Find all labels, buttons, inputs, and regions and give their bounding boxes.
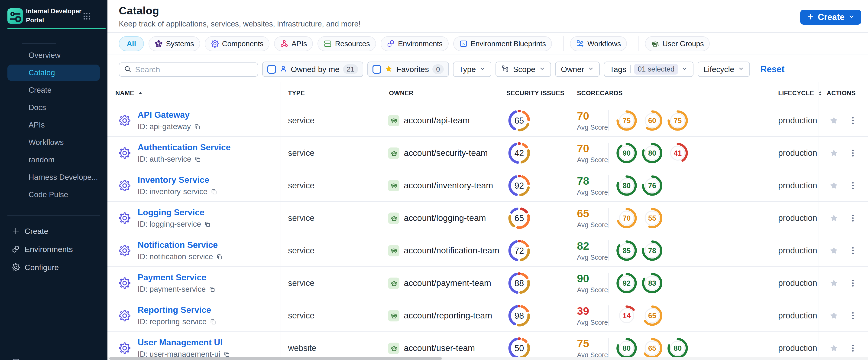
row-menu-button[interactable] xyxy=(848,343,858,353)
kebab-menu-icon xyxy=(848,213,858,223)
sidebar-item-catalog[interactable]: Catalog xyxy=(0,64,107,81)
row-menu-button[interactable] xyxy=(848,213,858,223)
avg-score-label: Avg Score xyxy=(577,124,609,131)
column-header-lifecycle[interactable]: LIFECYCLE xyxy=(778,90,823,97)
tags-select[interactable]: Tags 01 selected xyxy=(604,62,693,77)
gear-icon xyxy=(119,342,131,354)
chip-user-groups[interactable]: User Groups xyxy=(645,36,710,51)
copy-icon[interactable] xyxy=(204,221,211,228)
sidebar-item-workflows[interactable]: Workflows xyxy=(0,133,107,151)
favorite-star-button[interactable] xyxy=(829,181,839,190)
chip-systems[interactable]: Systems xyxy=(149,36,200,51)
sidebar-item-overview[interactable]: Overview xyxy=(0,47,107,64)
sidebar-item-harness-develope[interactable]: Harness Develope... xyxy=(0,169,107,186)
entity-name-link[interactable]: User Management UI xyxy=(137,338,230,348)
favorite-star-button[interactable] xyxy=(829,278,839,288)
entity-name-link[interactable]: Inventory Service xyxy=(137,175,217,185)
sidebar-item-configure[interactable]: Configure xyxy=(0,258,107,276)
sidebar-item-environments[interactable]: Environments xyxy=(0,240,107,258)
favorite-star-button[interactable] xyxy=(829,213,839,223)
row-menu-button[interactable] xyxy=(848,311,858,320)
chip-environment-blueprints[interactable]: AEnvironment Blueprints xyxy=(453,36,552,51)
copy-icon[interactable] xyxy=(194,123,200,130)
entity-name-link[interactable]: API Gateway xyxy=(137,110,200,120)
owner-select[interactable]: Owner xyxy=(555,62,600,77)
row-menu-button[interactable] xyxy=(848,148,858,158)
row-menu-button[interactable] xyxy=(848,246,858,255)
table-row: API Gateway ID: api-gateway service acco… xyxy=(107,104,868,137)
kebab-menu-icon xyxy=(848,278,858,288)
entity-id: ID: payment-service xyxy=(137,285,215,294)
sidebar-item-apis[interactable]: APIs xyxy=(0,116,107,133)
column-header-name[interactable]: NAME xyxy=(115,90,144,97)
chip-resources[interactable]: Resources xyxy=(317,36,376,51)
owned-by-me-checkbox[interactable] xyxy=(267,65,276,73)
actions-cell xyxy=(829,267,858,299)
lifecycle-cell: production xyxy=(778,332,817,360)
sidebar-item-help[interactable]: Help xyxy=(0,354,107,360)
sidebar-item-create[interactable]: Create xyxy=(0,81,107,99)
favorite-star-button[interactable] xyxy=(829,343,839,353)
owner-name: account/reporting-team xyxy=(404,311,492,321)
copy-icon[interactable] xyxy=(223,351,230,358)
lifecycle-select[interactable]: Lifecycle xyxy=(698,62,750,77)
copy-icon[interactable] xyxy=(211,188,217,195)
kebab-menu-icon xyxy=(848,343,858,353)
search-box[interactable] xyxy=(119,62,258,77)
entity-name-link[interactable]: Reporting Service xyxy=(137,305,216,315)
favorite-star-button[interactable] xyxy=(829,116,839,125)
column-header-type: TYPE xyxy=(288,90,305,97)
scorecards-cell: 82 Avg Score 85 78 xyxy=(577,234,663,267)
owned-by-me-filter[interactable]: Owned by me 21 xyxy=(262,62,363,77)
sidebar-item-random[interactable]: random xyxy=(0,151,107,169)
favorite-star-button[interactable] xyxy=(829,148,839,158)
chip-apis[interactable]: APIs xyxy=(274,36,313,51)
row-menu-button[interactable] xyxy=(848,181,858,190)
horizontal-scrollbar-thumb[interactable] xyxy=(109,357,442,360)
tags-select-label: Tags xyxy=(610,65,626,74)
entity-name-link[interactable]: Authentication Service xyxy=(137,143,231,152)
favorite-star-button[interactable] xyxy=(829,246,839,255)
chip-components[interactable]: Components xyxy=(205,36,270,51)
entity-name-link[interactable]: Notification Service xyxy=(137,240,223,250)
reset-filters-link[interactable]: Reset xyxy=(761,64,785,74)
column-header-label: ACTIONS xyxy=(827,90,856,97)
actions-cell xyxy=(829,234,858,267)
type-select-label: Type xyxy=(459,65,476,74)
chip-all[interactable]: All xyxy=(119,36,144,51)
copy-icon xyxy=(194,156,201,162)
entity-name-link[interactable]: Payment Service xyxy=(137,273,215,282)
sidebar-item-create[interactable]: Create xyxy=(0,222,107,240)
horizontal-scrollbar-track[interactable] xyxy=(107,357,868,360)
column-header-label: OWNER xyxy=(389,90,413,97)
search-input[interactable] xyxy=(135,65,253,74)
scorecard-ring: 60 xyxy=(642,110,663,131)
entity-gear-icon xyxy=(119,277,131,289)
page-subtitle: Keep track of applications, services, we… xyxy=(119,20,361,28)
owned-by-me-count: 21 xyxy=(343,64,358,74)
apps-grid-icon[interactable] xyxy=(83,12,91,21)
entity-name-link[interactable]: Logging Service xyxy=(137,208,211,217)
row-menu-button[interactable] xyxy=(848,116,858,125)
chip-environments[interactable]: Environments xyxy=(381,36,448,51)
svg-text:41: 41 xyxy=(674,149,682,157)
sidebar-item-code-pulse[interactable]: Code Pulse xyxy=(0,186,107,203)
copy-icon[interactable] xyxy=(194,156,201,162)
chip-label: All xyxy=(127,39,136,48)
create-button[interactable]: Create xyxy=(800,10,861,25)
copy-icon[interactable] xyxy=(216,253,223,260)
usergroups-icon xyxy=(651,39,659,48)
type-select[interactable]: Type xyxy=(453,62,492,77)
svg-text:78: 78 xyxy=(648,247,656,255)
favorites-checkbox[interactable] xyxy=(372,65,381,73)
favorite-star-button[interactable] xyxy=(829,311,839,320)
security-issues-donut: 50 xyxy=(507,336,531,360)
scope-select[interactable]: Scope xyxy=(496,62,551,77)
scorecards-divider xyxy=(609,240,609,261)
sidebar-item-docs[interactable]: Docs xyxy=(0,99,107,116)
copy-icon[interactable] xyxy=(209,286,215,293)
chip-workflows[interactable]: Workflows xyxy=(570,36,627,51)
favorites-filter[interactable]: Favorites 0 xyxy=(367,62,449,77)
row-menu-button[interactable] xyxy=(848,278,858,288)
copy-icon[interactable] xyxy=(210,319,216,325)
